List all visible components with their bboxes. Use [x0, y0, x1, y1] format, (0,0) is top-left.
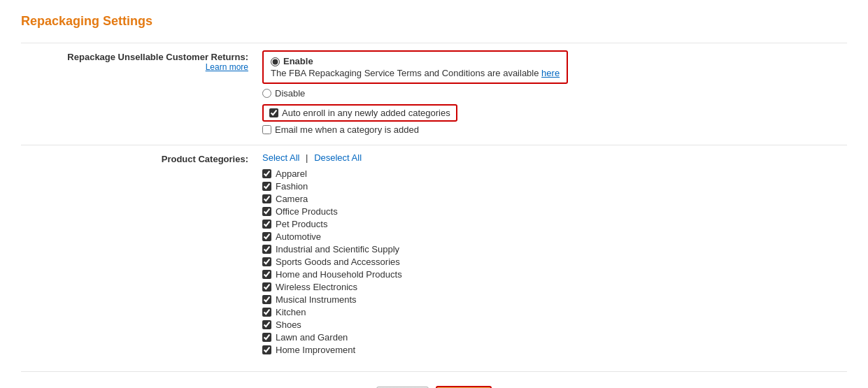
list-item: Lawn and Garden: [262, 332, 847, 343]
category-checkbox-6[interactable]: [262, 245, 271, 254]
category-name: Industrial and Scientific Supply: [276, 244, 399, 254]
repackage-content: Enable The FBA Repackaging Service Terms…: [259, 50, 847, 138]
disable-row: Disable: [262, 88, 847, 99]
category-name: Home Improvement: [276, 345, 355, 355]
email-label: Email me when a category is added: [275, 124, 419, 135]
category-name: Kitchen: [276, 307, 306, 317]
category-name: Pet Products: [276, 219, 327, 229]
category-name: Sports Goods and Accessories: [276, 257, 400, 267]
auto-enroll-label: Auto enroll in any newly added categorie…: [282, 108, 450, 118]
terms-text: The FBA Repackaging Service Terms and Co…: [271, 68, 560, 78]
category-checkbox-0[interactable]: [262, 169, 271, 178]
category-checkbox-13[interactable]: [262, 333, 271, 342]
category-checkbox-2[interactable]: [262, 194, 271, 203]
select-all-link[interactable]: Select All: [262, 152, 299, 163]
category-name: Shoes: [276, 319, 301, 330]
auto-enroll-row: Auto enroll in any newly added categorie…: [262, 104, 847, 122]
category-list: ApparelFashionCameraOffice ProductsPet P…: [262, 168, 847, 355]
category-name: Musical Instruments: [276, 294, 357, 305]
category-name: Camera: [276, 194, 308, 204]
category-checkbox-7[interactable]: [262, 257, 271, 266]
category-checkbox-4[interactable]: [262, 220, 271, 229]
category-checkbox-11[interactable]: [262, 308, 271, 317]
list-item: Kitchen: [262, 307, 847, 317]
category-name: Apparel: [276, 168, 307, 179]
footer-buttons: Cancel Update: [21, 371, 847, 388]
list-item: Sports Goods and Accessories: [262, 257, 847, 267]
categories-label: Product Categories:: [21, 152, 259, 357]
select-deselect-links: Select All | Deselect All: [262, 152, 847, 163]
list-item: Apparel: [262, 168, 847, 179]
list-item: Shoes: [262, 319, 847, 330]
page-title: Repackaging Settings: [21, 14, 847, 29]
list-item: Wireless Electronics: [262, 282, 847, 292]
category-name: Home and Household Products: [276, 269, 402, 280]
repackage-label: Repackage Unsellable Customer Returns: L…: [21, 50, 259, 138]
categories-row: Product Categories: Select All | Deselec…: [21, 145, 847, 364]
list-item: Home and Household Products: [262, 269, 847, 280]
category-name: Automotive: [276, 231, 321, 242]
category-checkbox-9[interactable]: [262, 282, 271, 292]
learn-more-link[interactable]: Learn more: [21, 62, 248, 72]
auto-enroll-box: Auto enroll in any newly added categorie…: [262, 104, 457, 122]
list-item: Camera: [262, 194, 847, 204]
list-item: Office Products: [262, 206, 847, 217]
enable-radio-row: Enable: [271, 56, 560, 66]
deselect-all-link[interactable]: Deselect All: [314, 152, 362, 163]
link-divider: |: [306, 152, 308, 163]
categories-content: Select All | Deselect All ApparelFashion…: [259, 152, 847, 357]
category-name: Office Products: [276, 206, 338, 217]
email-checkbox[interactable]: [262, 125, 271, 134]
checkbox-section: Auto enroll in any newly added categorie…: [262, 104, 847, 135]
category-checkbox-14[interactable]: [262, 345, 271, 354]
category-checkbox-10[interactable]: [262, 295, 271, 304]
list-item: Fashion: [262, 181, 847, 192]
category-checkbox-12[interactable]: [262, 320, 271, 329]
category-checkbox-5[interactable]: [262, 232, 271, 241]
terms-link[interactable]: here: [541, 68, 560, 78]
email-row: Email me when a category is added: [262, 124, 847, 135]
category-name: Lawn and Garden: [276, 332, 348, 343]
list-item: Home Improvement: [262, 345, 847, 355]
category-checkbox-1[interactable]: [262, 182, 271, 191]
disable-label: Disable: [275, 88, 305, 99]
list-item: Musical Instruments: [262, 294, 847, 305]
list-item: Automotive: [262, 231, 847, 242]
enable-label: Enable: [283, 56, 313, 66]
enable-radio[interactable]: [271, 57, 280, 66]
list-item: Pet Products: [262, 219, 847, 229]
category-checkbox-8[interactable]: [262, 270, 271, 279]
list-item: Industrial and Scientific Supply: [262, 244, 847, 254]
category-checkbox-3[interactable]: [262, 207, 271, 216]
category-name: Fashion: [276, 181, 308, 192]
enable-box: Enable The FBA Repackaging Service Terms…: [262, 50, 568, 84]
category-name: Wireless Electronics: [276, 282, 357, 292]
disable-radio[interactable]: [262, 89, 271, 98]
auto-enroll-checkbox[interactable]: [269, 108, 278, 117]
